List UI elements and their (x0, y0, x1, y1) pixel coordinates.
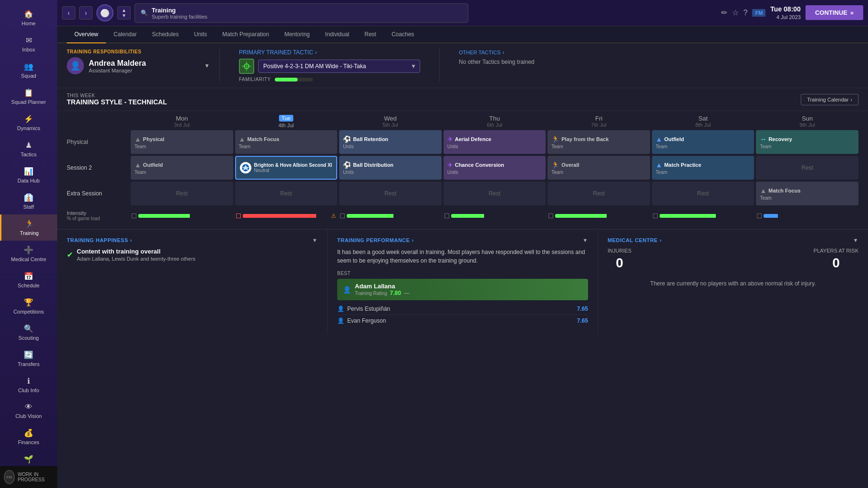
inbox-icon: ✉ (26, 36, 32, 45)
nav-back-button[interactable]: ‹ (62, 6, 75, 20)
tab-mentoring[interactable]: Mentoring (277, 26, 317, 43)
sidebar-item-club-vision[interactable]: 👁 Club Vision (0, 398, 57, 424)
outfield-sub: Team (656, 144, 751, 149)
sidebar-item-finances[interactable]: 💰 Finances (0, 424, 57, 450)
session-1-wed[interactable]: ⚽ Ball Retention Units (339, 130, 442, 154)
data-hub-icon: 📊 (24, 167, 33, 176)
play-back-icon: 🏃 (551, 135, 559, 143)
primary-tactic-label[interactable]: PRIMARY TRAINED TACTIC (239, 49, 313, 56)
home-icon: 🏠 (24, 10, 33, 19)
training-calendar-button[interactable]: Training Calendar › (801, 94, 858, 105)
happiness-icon: ✔ (67, 250, 73, 259)
injuries-count: 0 (608, 255, 631, 271)
sidebar-item-inbox[interactable]: ✉ Inbox (0, 31, 57, 57)
tab-rest[interactable]: Rest (357, 26, 384, 43)
sidebar-item-training[interactable]: 🏃 Training (0, 214, 57, 241)
edit-icon[interactable]: ✏ (721, 8, 727, 17)
session-1-thu[interactable]: ✈ Aerial Defence Units (444, 130, 546, 154)
sidebar-item-scouting[interactable]: 🔍 Scouting (0, 319, 57, 346)
sidebar-item-squad[interactable]: 👥 Squad (0, 57, 57, 83)
session-1-fri[interactable]: 🏃 Play from the Back Team (548, 130, 650, 154)
extra-mon[interactable]: Rest (131, 182, 233, 205)
happiness-players: Adam Lallana, Lewis Dunk and twenty-thre… (77, 256, 196, 262)
primary-tactic-link-icon: › (315, 49, 317, 56)
tab-overview[interactable]: Overview (67, 26, 106, 43)
performance-title-link[interactable]: TRAINING PERFORMANCE (337, 237, 410, 243)
player-row-1[interactable]: 👤 Pervis Estupiñán 7.65 (337, 303, 588, 315)
sidebar-item-data-hub[interactable]: 📊 Data Hub (0, 162, 57, 188)
sidebar-item-squad-planner[interactable]: 📋 Squad Planner (0, 83, 57, 110)
manager-role: Assistant Manager (89, 68, 146, 73)
sidebar-item-transfers[interactable]: 🔄 Transfers (0, 346, 57, 372)
session-1-tue[interactable]: ▲ Match Focus Team (235, 130, 338, 154)
extra-tue[interactable]: Rest (235, 182, 338, 205)
sidebar-item-club-info[interactable]: ℹ Club Info (0, 372, 57, 398)
brighton-type: Brighton & Hove Albion Second XI (254, 163, 332, 168)
session-2-fri[interactable]: 🏃 Overall Team (548, 156, 650, 180)
continue-button[interactable]: CONTINUE » (806, 5, 863, 20)
session-2-sat[interactable]: ▲ Match Practice Team (652, 156, 754, 180)
sidebar-item-tactics[interactable]: ♟ Tactics (0, 136, 57, 162)
at-risk-count: 0 (814, 255, 858, 271)
tab-coaches[interactable]: Coaches (384, 26, 422, 43)
player-2-name: 👤 Evan Ferguson (337, 317, 386, 324)
star-icon[interactable]: ☆ (732, 8, 739, 17)
int-bar-mon (138, 214, 232, 218)
session-1-mon[interactable]: ▲ Physical Team (131, 130, 233, 154)
sidebar-item-medical[interactable]: ➕ Medical Centre (0, 241, 57, 267)
player-1-rating: 7.65 (577, 305, 588, 312)
sidebar-label-data-hub: Data Hub (18, 178, 40, 183)
sidebar-item-staff[interactable]: 👔 Staff (0, 188, 57, 214)
wip-logo: FM (4, 470, 15, 484)
club-home-button[interactable]: ⚪ (96, 4, 114, 21)
session-1-sat[interactable]: ▲ Outfield Team (652, 130, 754, 154)
session-2-thu[interactable]: ✈ Chance Conversion Units (444, 156, 546, 180)
tactic-dropdown[interactable]: Positive 4-2-3-1 DM AM Wide - Tiki-Taka (258, 60, 420, 73)
datetime: Tue 08:00 4 Jul 2023 (770, 5, 801, 21)
sidebar-label-tactics: Tactics (21, 152, 37, 157)
session-2-label: Session 2 (67, 156, 129, 180)
performance-toggle[interactable]: ▼ (583, 237, 588, 243)
player-2-rating: 7.65 (577, 317, 588, 324)
sidebar-item-dynamics[interactable]: ⚡ Dynamics (0, 110, 57, 136)
nav-forward-button[interactable]: › (79, 6, 93, 20)
manager-avatar: 👤 (67, 57, 84, 74)
happiness-title-link[interactable]: TRAINING HAPPINESS (67, 237, 128, 243)
responsibilities-expand-icon[interactable]: ▼ (204, 62, 210, 69)
best-player-row[interactable]: 👤 Adam Lallana Training Rating 7.80 — (337, 279, 588, 300)
int-bar-wed (347, 214, 441, 218)
tab-match-prep[interactable]: Match Preparation (215, 26, 277, 43)
session-2-sun[interactable]: Rest (756, 156, 858, 180)
other-tactics-label[interactable]: OTHER TACTICS (459, 50, 501, 55)
session-2-mon[interactable]: ▲ Outfield Team (131, 156, 233, 180)
tactic-dropdown-wrapper[interactable]: Positive 4-2-3-1 DM AM Wide - Tiki-Taka … (258, 60, 420, 73)
extra-wed[interactable]: Rest (339, 182, 442, 205)
medical-title-link[interactable]: MEDICAL CENTRE (608, 237, 658, 243)
sidebar-label-squad: Squad (21, 73, 36, 79)
session-2-tue[interactable]: Brighton & Hove Albion Second XI Neutral (235, 156, 338, 180)
day-sun: Sun 9th Jul (756, 115, 858, 128)
extra-sun[interactable]: ▲ Match Focus Team (756, 182, 858, 205)
search-bar: 🔍 Training Superb training facilities (134, 3, 468, 23)
session-2-wed[interactable]: ⚽ Ball Distribution Units (339, 156, 442, 180)
nav-up-button[interactable]: ▲▼ (117, 6, 131, 20)
sidebar-item-schedule[interactable]: 📅 Schedule (0, 267, 57, 293)
extra-fri[interactable]: Rest (548, 182, 650, 205)
extra-thu[interactable]: Rest (444, 182, 546, 205)
tab-individual[interactable]: Individual (318, 26, 357, 43)
session-col-label (67, 115, 129, 128)
help-icon[interactable]: ? (744, 9, 748, 17)
happiness-toggle[interactable]: ▼ (312, 237, 318, 243)
extra-sat[interactable]: Rest (652, 182, 754, 205)
outfield-type: Outfield (664, 136, 684, 142)
medical-toggle[interactable]: ▼ (853, 237, 858, 243)
session-1-sun[interactable]: ↔ Recovery Team (756, 130, 858, 154)
tab-units[interactable]: Units (186, 26, 215, 43)
sidebar-item-home[interactable]: 🏠 Home (0, 5, 57, 31)
sidebar-item-competitions[interactable]: 🏆 Competitions (0, 293, 57, 319)
play-back-sub: Team (551, 144, 646, 149)
player-row-2[interactable]: 👤 Evan Ferguson 7.65 (337, 315, 588, 326)
tab-schedules[interactable]: Schedules (145, 26, 186, 43)
tab-calendar[interactable]: Calendar (106, 26, 145, 43)
performance-title-icon: › (412, 237, 413, 243)
